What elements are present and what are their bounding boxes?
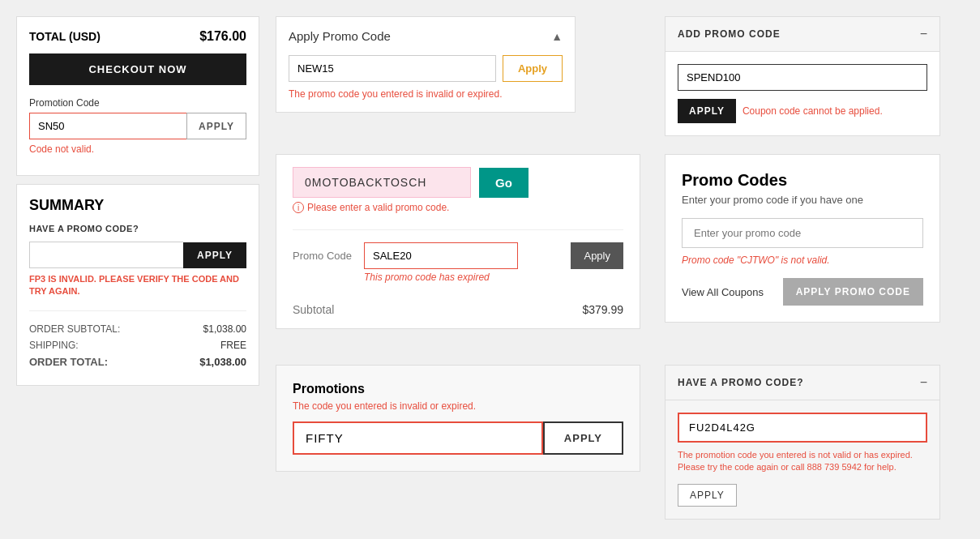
add-promo-input[interactable] [678,64,927,91]
order-total-value: $1,038.00 [199,356,246,368]
promotions-title: Promotions [293,382,623,396]
shipping-row: SHIPPING: FREE [29,340,246,351]
apply-promo-card: Apply Promo Code ▲ Apply The promo code … [276,16,576,113]
summary-apply-button[interactable]: APPLY [183,242,246,268]
view-coupons-link[interactable]: View All Coupons [682,286,764,298]
expired-text: This promo code has expired [364,272,558,283]
have-promo-body: The promotion code you entered is not va… [665,400,939,519]
apply-orange-button[interactable]: Apply [503,55,563,82]
add-promo-apply-button[interactable]: APPLY [678,99,736,123]
promotions-apply-button[interactable]: APPLY [543,421,623,455]
go-button[interactable]: Go [479,168,529,198]
promo-pink-input[interactable] [293,167,471,198]
order-total-row: ORDER TOTAL: $1,038.00 [29,356,246,368]
have-promo-apply-button[interactable]: APPLY [678,484,737,507]
mid-center-card: Go i Please enter a valid promo code. Pr… [276,154,640,329]
promo-header: Apply Promo Code ▲ [289,29,563,43]
summary-promo-row: APPLY [29,242,246,268]
promo-apply-section: Promo Code This promo code has expired A… [293,229,623,316]
promotions-input-row: APPLY [293,421,623,455]
order-total-label: ORDER TOTAL: [29,356,108,368]
coupon-error-text: Coupon code cannot be applied. [742,105,883,117]
total-row: TOTAL (USD) $176.00 [29,29,246,44]
have-promo-card: HAVE A PROMO CODE? − The promotion code … [665,365,940,520]
order-subtotal-row: ORDER SUBTOTAL: $1,038.00 [29,323,246,335]
subtotal-label: Subtotal [293,303,334,316]
promo-header-title: Apply Promo Code [289,29,391,43]
have-promo-header: HAVE A PROMO CODE? − [665,366,939,400]
valid-promo-msg: i Please enter a valid promo code. [293,202,623,213]
total-amount: $176.00 [199,29,246,44]
total-section: TOTAL (USD) $176.00 CHECKOUT NOW Promoti… [16,16,259,176]
apply-promo-code-button[interactable]: APPLY PROMO CODE [783,278,923,306]
add-promo-body: APPLY Coupon code cannot be applied. [665,52,939,135]
promo-code-row: Promo Code This promo code has expired A… [293,242,623,283]
summary-totals: ORDER SUBTOTAL: $1,038.00 SHIPPING: FREE… [29,323,246,368]
summary-card: SUMMARY HAVE A PROMO CODE? APPLY FP3 IS … [16,184,259,386]
promotions-card: Promotions The code you entered is inval… [276,365,640,472]
promo-code-input-wrap: This promo code has expired [364,242,558,283]
promo-codes-subtitle: Enter your promo code if you have one [682,194,923,206]
total-label: TOTAL (USD) [29,30,101,43]
promo-codes-card: Promo Codes Enter your promo code if you… [665,154,940,323]
view-coupons-row: View All Coupons APPLY PROMO CODE [682,278,923,306]
promo-go-row: Go [293,167,623,198]
collapse-icon[interactable]: − [920,27,927,41]
have-promo-input[interactable] [678,413,927,443]
promo-input2[interactable] [289,55,496,82]
shipping-label: SHIPPING: [29,340,79,351]
promo-apply-button[interactable]: APPLY [186,113,246,139]
shipping-value: FREE [220,340,246,351]
add-promo-title: ADD PROMO CODE [678,28,781,40]
summary-promo-input[interactable] [29,242,183,268]
summary-title: SUMMARY [29,197,246,214]
promo-code-row-label: Promo Code [293,242,352,262]
order-subtotal-label: ORDER SUBTOTAL: [29,323,120,335]
promo-code-label: Promotion Code [29,97,246,109]
chevron-up-icon[interactable]: ▲ [551,30,563,43]
promo-code-input2[interactable] [364,242,518,269]
promo-invalid-msg: Promo code "CJTWO" is not valid. [682,255,923,266]
summary-promo-error: FP3 IS INVALID. PLEASE VERIFY THE CODE A… [29,273,246,298]
promo-codes-title: Promo Codes [682,171,923,190]
promo-codes-input[interactable] [682,218,923,248]
checkout-button[interactable]: CHECKOUT NOW [29,53,246,85]
apply-promo-error: The promo code you entered is invalid or… [289,88,563,100]
have-promo-label: HAVE A PROMO CODE? [29,224,246,233]
have-promo-error: The promotion code you entered is not va… [678,449,927,474]
subtotal-value: $379.99 [582,303,623,316]
add-promo-card: ADD PROMO CODE − APPLY Coupon code canno… [665,16,940,136]
have-promo-header-title: HAVE A PROMO CODE? [678,377,804,388]
promo-row2: Apply [289,55,563,82]
order-subtotal-value: $1,038.00 [203,323,246,335]
promo-code-section: Promotion Code APPLY Code not valid. [29,97,246,163]
promo-code-input[interactable] [29,113,186,139]
topleft-section: TOTAL (USD) $176.00 CHECKOUT NOW Promoti… [16,16,259,386]
promo-error-text: Code not valid. [29,143,246,155]
promotions-error: The code you entered is invalid or expir… [293,400,623,412]
add-promo-header: ADD PROMO CODE − [665,17,939,52]
info-icon: i [293,202,304,213]
have-promo-collapse-icon[interactable]: − [920,375,927,390]
valid-promo-text: Please enter a valid promo code. [307,202,449,213]
promo-apply-dark-button[interactable]: Apply [571,242,623,269]
promotions-input[interactable] [293,421,543,455]
promo-input-row: APPLY [29,113,246,139]
subtotal-row: Subtotal $379.99 [293,295,623,316]
